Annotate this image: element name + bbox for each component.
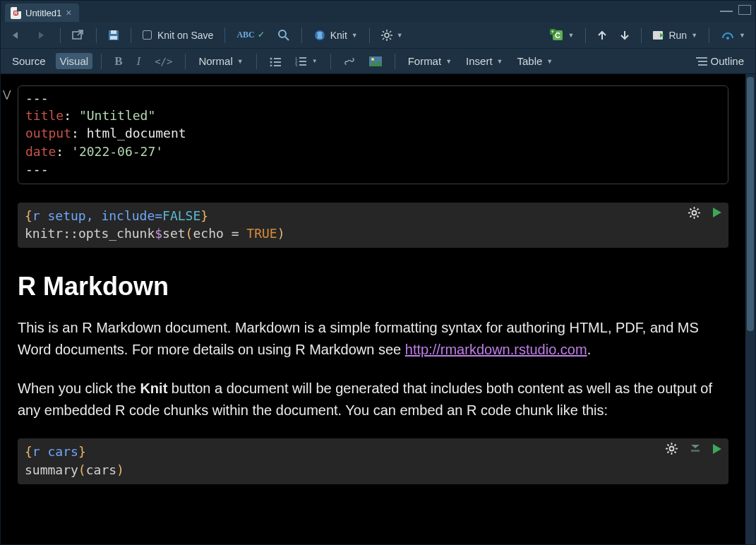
format-menu[interactable]: Format▼ <box>404 53 456 69</box>
source-mode-button[interactable]: Source <box>8 53 50 69</box>
link-button[interactable] <box>340 54 359 69</box>
svg-point-4 <box>279 30 286 37</box>
svg-rect-25 <box>274 61 281 63</box>
run-above-icon[interactable] <box>690 443 700 455</box>
forward-button[interactable] <box>32 28 53 42</box>
visual-mode-button[interactable]: Visual <box>56 53 93 69</box>
spellcheck-button[interactable]: ABC✓ <box>232 28 268 42</box>
scrollbar-thumb[interactable] <box>747 77 754 331</box>
document-toolbar: Knit on Save ABC✓ Knit ▼ ▼ C+ ▼ <box>1 22 755 49</box>
knit-label: Knit <box>330 30 347 41</box>
save-button[interactable] <box>104 28 124 43</box>
svg-line-47 <box>690 215 692 217</box>
publish-button[interactable]: ▼ <box>716 28 750 43</box>
go-to-next-chunk-button[interactable] <box>616 28 634 43</box>
yaml-front-matter[interactable]: ⋁ --- title: "Untitled" output: html_doc… <box>18 85 728 184</box>
vertical-scrollbar[interactable] <box>745 74 755 544</box>
paragraph-knit[interactable]: When you click the Knit button a documen… <box>18 378 728 421</box>
svg-point-26 <box>270 64 272 66</box>
svg-rect-37 <box>698 61 707 62</box>
run-chunk-icon[interactable] <box>713 444 721 454</box>
outline-toggle[interactable]: Outline <box>692 53 748 69</box>
bold-button[interactable]: B <box>110 52 126 71</box>
svg-line-14 <box>390 31 391 32</box>
knit-on-save-toggle[interactable]: Knit on Save <box>138 28 217 43</box>
editor-pane: ⋁ --- title: "Untitled" output: html_doc… <box>1 74 755 544</box>
svg-rect-33 <box>299 64 306 66</box>
svg-point-7 <box>385 33 389 37</box>
run-label: Run <box>668 30 687 41</box>
svg-rect-36 <box>696 57 707 59</box>
svg-line-56 <box>668 452 669 453</box>
code-button[interactable]: </> <box>150 54 176 69</box>
knit-button[interactable]: Knit ▼ <box>309 27 362 44</box>
svg-line-5 <box>285 37 289 40</box>
document-tab[interactable]: R Untitled1 × <box>5 4 79 22</box>
editor-window: R Untitled1 × Knit on Save ABC✓ <box>0 0 756 545</box>
svg-line-46 <box>697 208 699 210</box>
paragraph-style-dropdown[interactable]: Normal▼ <box>194 53 247 69</box>
go-to-prev-chunk-button[interactable] <box>593 28 611 43</box>
run-chunk-icon[interactable] <box>713 208 721 217</box>
svg-line-55 <box>675 445 676 446</box>
fold-caret-icon[interactable]: ⋁ <box>3 88 11 102</box>
code-chunk-setup[interactable]: {r setup, include=FALSE} knitr::opts_chu… <box>18 203 728 248</box>
svg-rect-29 <box>299 57 306 59</box>
window-controls <box>720 5 751 15</box>
chunk-options-icon[interactable] <box>666 443 678 455</box>
tab-title: Untitled1 <box>25 8 61 18</box>
outline-label: Outline <box>710 55 744 67</box>
svg-rect-27 <box>274 65 281 66</box>
heading-r-markdown[interactable]: R Markdown <box>18 272 728 301</box>
table-menu[interactable]: Table▼ <box>513 53 558 69</box>
svg-line-53 <box>668 445 669 446</box>
visual-editor-toolbar: Source Visual B I </> Normal▼ 123 ▼ Form… <box>1 49 755 74</box>
svg-point-48 <box>670 447 674 451</box>
svg-rect-23 <box>274 58 281 59</box>
svg-rect-57 <box>691 450 700 452</box>
svg-text:+: + <box>551 29 554 35</box>
svg-rect-38 <box>698 64 707 66</box>
svg-line-44 <box>690 208 692 210</box>
svg-line-15 <box>383 38 384 40</box>
italic-button[interactable]: I <box>132 52 145 71</box>
knit-on-save-label: Knit on Save <box>157 30 213 41</box>
svg-rect-2 <box>111 30 116 34</box>
insert-menu[interactable]: Insert▼ <box>462 53 507 69</box>
insert-chunk-button[interactable]: C+ ▼ <box>546 27 579 44</box>
maximize-pane-icon[interactable] <box>738 5 751 15</box>
svg-point-21 <box>726 37 729 40</box>
svg-line-54 <box>675 452 676 453</box>
numbered-list-button[interactable]: 123 ▼ <box>291 54 322 68</box>
paragraph-intro[interactable]: This is an R Markdown document. Markdown… <box>18 317 728 361</box>
document-settings-button[interactable]: ▼ <box>377 28 407 43</box>
image-button[interactable] <box>365 54 386 68</box>
rmd-file-icon: R <box>11 7 21 19</box>
svg-point-24 <box>270 61 272 63</box>
close-tab-icon[interactable]: × <box>66 7 71 18</box>
svg-line-13 <box>390 38 391 40</box>
bullet-list-button[interactable] <box>265 54 285 68</box>
svg-rect-3 <box>110 36 117 40</box>
knit-bold-word: Knit <box>140 381 167 396</box>
svg-line-12 <box>383 31 384 32</box>
svg-rect-31 <box>299 61 306 62</box>
svg-line-45 <box>697 215 699 217</box>
show-in-new-window-button[interactable] <box>68 28 89 43</box>
find-replace-button[interactable] <box>273 27 294 44</box>
back-button[interactable] <box>6 28 28 42</box>
svg-point-39 <box>692 210 697 215</box>
run-button[interactable]: Run ▼ <box>649 28 702 43</box>
svg-point-22 <box>270 57 272 59</box>
titlebar: R Untitled1 × <box>1 1 755 22</box>
editor-content[interactable]: ⋁ --- title: "Untitled" output: html_doc… <box>1 74 745 544</box>
svg-point-35 <box>371 58 374 61</box>
svg-text:3: 3 <box>295 64 298 66</box>
minimize-pane-icon[interactable] <box>720 5 733 12</box>
rmarkdown-link[interactable]: http://rmarkdown.rstudio.com <box>405 342 587 357</box>
code-chunk-cars[interactable]: {r cars} summary(cars) <box>18 438 728 484</box>
chunk-options-icon[interactable] <box>688 207 700 219</box>
